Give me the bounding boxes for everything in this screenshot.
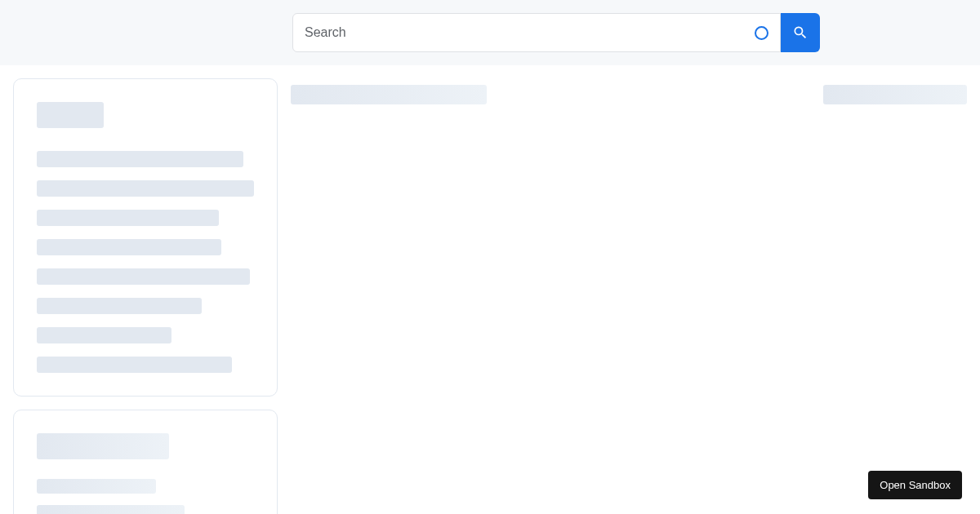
- skeleton-title: [37, 433, 169, 459]
- main-header: [291, 78, 967, 104]
- search-submit-button[interactable]: [781, 13, 820, 52]
- skeleton-line: [37, 298, 202, 314]
- open-sandbox-button[interactable]: Open Sandbox: [868, 471, 962, 499]
- skeleton-line: [37, 210, 219, 226]
- skeleton-line: [37, 268, 250, 285]
- search-form: [292, 13, 820, 52]
- loading-spinner-icon: [755, 26, 768, 40]
- main-content: [291, 78, 967, 501]
- content-area: [0, 65, 980, 514]
- skeleton-line: [37, 151, 243, 167]
- skeleton-page-title: [291, 85, 487, 104]
- skeleton-line: [37, 479, 156, 494]
- search-box[interactable]: [292, 13, 781, 52]
- skeleton-line: [37, 239, 221, 255]
- skeleton-line: [37, 357, 232, 373]
- sidebar: [13, 78, 278, 501]
- sidebar-card-2: [13, 410, 278, 514]
- skeleton-page-meta: [823, 85, 967, 104]
- skeleton-title: [37, 102, 104, 128]
- search-icon: [792, 24, 808, 41]
- skeleton-line: [37, 505, 185, 514]
- sidebar-card-1: [13, 78, 278, 397]
- header: [0, 0, 980, 65]
- search-input[interactable]: [305, 25, 748, 40]
- skeleton-line: [37, 327, 172, 343]
- skeleton-line: [37, 180, 254, 197]
